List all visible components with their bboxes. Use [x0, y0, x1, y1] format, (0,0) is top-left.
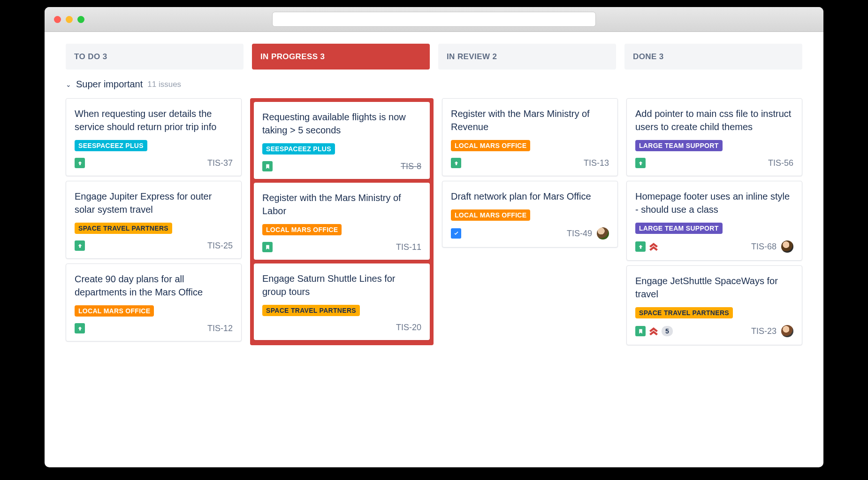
card-title: Engage Jupiter Express for outer solar s… — [75, 190, 233, 216]
card[interactable]: Requesting available flights is now taki… — [254, 102, 430, 179]
issue-key: TIS-8 — [401, 162, 421, 171]
card-title: Requesting available flights is now taki… — [262, 110, 421, 137]
epic-label[interactable]: SPACE TRAVEL PARTNERS — [262, 305, 360, 316]
epic-label[interactable]: LARGE TEAM SUPPORT — [635, 140, 723, 151]
assignee-avatar[interactable] — [781, 240, 793, 253]
card-title: Draft network plan for Mars Office — [451, 190, 609, 203]
card-title: Register with the Mars Ministry of Reven… — [451, 107, 609, 133]
assignee-avatar[interactable] — [597, 227, 609, 240]
epic-label[interactable]: LOCAL MARS OFFICE — [262, 224, 342, 235]
column-todo: When requesting user details the service… — [66, 98, 242, 345]
column-done: Add pointer to main css file to instruct… — [626, 98, 802, 345]
story-up-icon — [635, 158, 646, 168]
story-up-icon — [451, 158, 461, 168]
swimlane-name: Super important — [76, 79, 143, 90]
card-title: Add pointer to main css file to instruct… — [635, 107, 793, 133]
issue-key: TIS-68 — [751, 242, 777, 252]
close-window-button[interactable] — [54, 16, 61, 23]
card-title: Homepage footer uses an inline style - s… — [635, 190, 793, 216]
priority-highest-icon — [649, 327, 658, 335]
epic-label[interactable]: SEESPACEEZ PLUS — [262, 143, 335, 155]
app-window: TO DO 3 IN PROGRESS 3 IN REVIEW 2 DONE 3… — [45, 7, 823, 467]
issue-key: TIS-12 — [207, 324, 233, 333]
column-header-inprogress[interactable]: IN PROGRESS 3 — [252, 44, 430, 70]
address-bar[interactable] — [272, 12, 596, 27]
card[interactable]: Register with the Mars Ministry of Reven… — [442, 98, 618, 176]
bookmark-icon — [635, 326, 646, 336]
card[interactable]: When requesting user details the service… — [66, 98, 242, 176]
card[interactable]: Engage JetShuttle SpaceWays for travel S… — [626, 265, 802, 345]
priority-highest-icon — [649, 243, 658, 251]
issue-key: TIS-49 — [567, 229, 592, 239]
epic-label[interactable]: SPACE TRAVEL PARTNERS — [75, 223, 172, 234]
epic-label[interactable]: LOCAL MARS OFFICE — [75, 305, 154, 317]
swimlane-columns: When requesting user details the service… — [66, 98, 802, 345]
epic-label[interactable]: SPACE TRAVEL PARTNERS — [635, 307, 733, 318]
issue-key: TIS-56 — [768, 158, 793, 168]
card-title: Engage JetShuttle SpaceWays for travel — [635, 274, 793, 301]
bookmark-icon — [262, 242, 273, 252]
maximize-window-button[interactable] — [77, 16, 84, 23]
card[interactable]: Register with the Mars Ministry of Labor… — [254, 183, 430, 260]
story-points-badge: 5 — [662, 326, 673, 336]
story-up-icon — [75, 240, 85, 251]
epic-label[interactable]: LARGE TEAM SUPPORT — [635, 223, 723, 234]
column-header-todo[interactable]: TO DO 3 — [66, 44, 244, 70]
card-title: When requesting user details the service… — [75, 107, 233, 133]
board: TO DO 3 IN PROGRESS 3 IN REVIEW 2 DONE 3… — [45, 32, 823, 357]
minimize-window-button[interactable] — [66, 16, 73, 23]
column-headers: TO DO 3 IN PROGRESS 3 IN REVIEW 2 DONE 3 — [66, 44, 802, 70]
epic-label[interactable]: SEESPACEEZ PLUS — [75, 140, 147, 151]
card[interactable]: Add pointer to main css file to instruct… — [626, 98, 802, 176]
issue-key: TIS-25 — [207, 241, 233, 251]
card-title: Create 90 day plans for all departments … — [75, 272, 233, 299]
card[interactable]: Draft network plan for Mars Office LOCAL… — [442, 181, 618, 248]
assignee-avatar[interactable] — [781, 325, 793, 337]
card-title: Register with the Mars Ministry of Labor — [262, 191, 421, 217]
swimlane-count: 11 issues — [147, 80, 181, 89]
story-up-icon — [75, 323, 85, 333]
column-header-done[interactable]: DONE 3 — [624, 44, 802, 70]
story-up-icon — [635, 241, 646, 252]
issue-key: TIS-23 — [751, 326, 777, 336]
epic-label[interactable]: LOCAL MARS OFFICE — [451, 140, 530, 151]
story-up-icon — [75, 158, 85, 168]
column-inreview: Register with the Mars Ministry of Reven… — [442, 98, 618, 345]
card[interactable]: Create 90 day plans for all departments … — [66, 263, 242, 341]
task-check-icon — [451, 228, 461, 239]
window-controls — [54, 16, 84, 23]
issue-key: TIS-20 — [396, 323, 421, 333]
card[interactable]: Engage Jupiter Express for outer solar s… — [66, 181, 242, 259]
chevron-down-icon: ⌄ — [66, 81, 71, 88]
epic-label[interactable]: LOCAL MARS OFFICE — [451, 209, 530, 221]
issue-key: TIS-13 — [584, 158, 609, 168]
column-inprogress: Requesting available flights is now taki… — [250, 98, 434, 345]
column-header-inreview[interactable]: IN REVIEW 2 — [438, 44, 616, 70]
card[interactable]: Homepage footer uses an inline style - s… — [626, 181, 802, 261]
card-title: Engage Saturn Shuttle Lines for group to… — [262, 272, 421, 298]
titlebar — [45, 7, 823, 32]
swimlane-toggle[interactable]: ⌄ Super important 11 issues — [66, 79, 802, 90]
issue-key: TIS-11 — [396, 242, 421, 252]
card[interactable]: Engage Saturn Shuttle Lines for group to… — [254, 263, 430, 340]
issue-key: TIS-37 — [207, 158, 233, 168]
bookmark-icon — [262, 161, 273, 171]
